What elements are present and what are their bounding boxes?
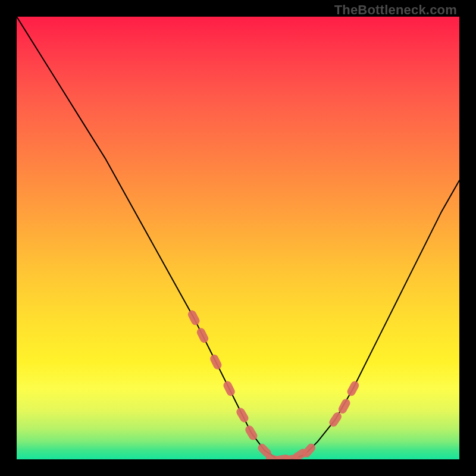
- highlight-marker: [222, 380, 236, 397]
- chart-frame: TheBottleneck.com: [0, 0, 476, 476]
- highlight-marker: [195, 327, 209, 345]
- curve-path: [17, 17, 459, 459]
- highlight-marker: [209, 353, 223, 371]
- highlight-marker: [235, 406, 250, 424]
- watermark-text: TheBottleneck.com: [334, 2, 457, 18]
- chart-svg: [17, 17, 459, 459]
- highlight-marker: [346, 380, 361, 397]
- bottleneck-curve: [17, 17, 459, 459]
- highlight-markers: [186, 309, 360, 459]
- plot-area: [17, 17, 459, 459]
- highlight-marker: [186, 309, 201, 327]
